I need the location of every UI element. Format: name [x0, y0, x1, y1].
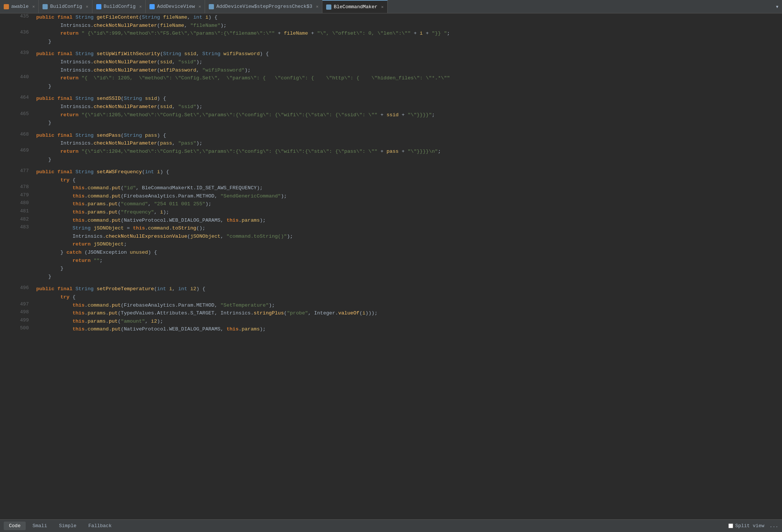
table-row: 469 return "{\"id\":1204,\"method\":\"Co… [0, 148, 782, 156]
table-row: } [0, 273, 782, 281]
line-content: return jSONObject; [33, 240, 782, 248]
line-content: this.params.put("frequency", i); [33, 208, 782, 216]
split-view-checkbox[interactable] [728, 523, 733, 528]
line-number [0, 257, 33, 265]
line-content: Intrinsics.checkNotNullParameter(pass, "… [33, 139, 782, 148]
table-row: Intrinsics.checkNotNullParameter(wifiPas… [0, 66, 782, 75]
table-row: 481 this.params.put("frequency", i); [0, 208, 782, 216]
tab-adddeviceviewstep[interactable]: AddDeviceView$stepProgressCheck$3 ✕ [205, 0, 322, 13]
close-tab-adddeviceviewstep[interactable]: ✕ [316, 4, 319, 9]
line-number [0, 156, 33, 164]
tab-label-adddeviceview: AddDeviceView [157, 4, 195, 9]
tab-icon-adddeviceviewstep [209, 4, 214, 9]
line-content: this.params.put("amount", i2); [33, 317, 782, 326]
table-row: } [0, 119, 782, 127]
tab-awable[interactable]: awable ✕ [0, 0, 39, 13]
line-content: } [33, 82, 782, 91]
table-row: 496 public final String setProbeTemperat… [0, 285, 782, 293]
line-content: Intrinsics.checkNotNullParameter(fileNam… [33, 22, 782, 30]
line-number [0, 119, 33, 127]
tab-icon-buildconfig2 [96, 4, 101, 9]
line-content: Intrinsics.checkNotNullParameter(wifiPas… [33, 66, 782, 75]
tab-icon-awable [4, 4, 9, 9]
close-tab-buildconfig2[interactable]: ✕ [139, 4, 142, 9]
line-number: 482 [0, 216, 33, 225]
line-content: this.command.put(NativeProtocol.WEB_DIAL… [33, 216, 782, 225]
table-row: } [0, 156, 782, 164]
table-row: 478 this.command.put("id", BleCommandMak… [0, 184, 782, 192]
line-content: try { [33, 293, 782, 301]
table-row: 479 this.command.put(FirebaseAnalytics.P… [0, 192, 782, 200]
line-number: 435 [0, 13, 33, 22]
close-tab-buildconfig1[interactable]: ✕ [86, 4, 88, 9]
tab-adddeviceview[interactable]: AddDeviceView ✕ [146, 0, 205, 13]
line-content: return ""; [33, 257, 782, 265]
table-row: } [0, 82, 782, 91]
tab-label-buildconfig1: BuildConfig [50, 4, 82, 9]
line-number: 439 [0, 50, 33, 58]
table-row: 465 return "{\"id\":1205,\"method\":\"Co… [0, 111, 782, 119]
line-number [0, 139, 33, 148]
line-content: } [33, 273, 782, 281]
line-spacer [0, 45, 782, 50]
close-tab-awable[interactable]: ✕ [32, 4, 35, 9]
tab-code[interactable]: Code [4, 522, 26, 530]
tab-smali[interactable]: Smali [27, 522, 52, 530]
table-row: return ""; [0, 257, 782, 265]
line-number [0, 58, 33, 66]
line-content: public final String setProbeTemperature(… [33, 285, 782, 293]
tab-label-adddeviceviewstep: AddDeviceView$stepProgressCheck$3 [216, 4, 312, 9]
more-button[interactable]: ... [770, 523, 778, 529]
table-row: 477 public final String setAWSFrequency(… [0, 168, 782, 176]
close-tab-adddeviceview[interactable]: ✕ [199, 4, 201, 9]
tab-simple[interactable]: Simple [54, 522, 82, 530]
bottom-tab-bar: Code Smali Simple Fallback Split view ..… [0, 519, 782, 532]
line-number [0, 103, 33, 111]
table-row: Intrinsics.checkNotNullParameter(fileNam… [0, 22, 782, 30]
line-content: public final String sendSSID(String ssid… [33, 95, 782, 103]
line-content: this.command.put(NativeProtocol.WEB_DIAL… [33, 325, 782, 333]
table-row: 468 public final String sendPass(String … [0, 132, 782, 140]
line-number: 480 [0, 200, 33, 208]
tab-icon-buildconfig1 [42, 4, 48, 9]
table-row: 435 public final String getFileContent(S… [0, 13, 782, 22]
line-content: this.params.put("command", "254 011 001 … [33, 200, 782, 208]
line-spacer [0, 127, 782, 132]
line-number: 477 [0, 168, 33, 176]
line-number [0, 240, 33, 248]
table-row: try { [0, 176, 782, 184]
table-row: Intrinsics.checkNotNullParameter(ssid, "… [0, 58, 782, 66]
line-number [0, 265, 33, 273]
table-row: } [0, 265, 782, 273]
line-number [0, 176, 33, 184]
tab-fallback[interactable]: Fallback [83, 522, 117, 530]
line-number [0, 248, 33, 257]
tab-icon-adddeviceview [149, 4, 155, 9]
tab-buildconfig1[interactable]: BuildConfig ✕ [39, 0, 92, 13]
line-number [0, 82, 33, 91]
line-content: return "{ \"id\": 1205, \"method\": \"Co… [33, 74, 782, 82]
tab-blecommandmaker[interactable]: BleCommandMaker ✕ [322, 0, 388, 13]
code-editor[interactable]: 435 public final String getFileContent(S… [0, 13, 782, 519]
line-number [0, 293, 33, 301]
line-number: 497 [0, 301, 33, 310]
table-row: 440 return "{ \"id\": 1205, \"method\": … [0, 74, 782, 82]
split-view-toggle[interactable]: Split view [728, 523, 764, 529]
close-tab-blecommandmaker[interactable]: ✕ [381, 4, 384, 9]
line-content: Intrinsics.checkNotNullParameter(ssid, "… [33, 103, 782, 111]
tab-label-blecommandmaker: BleCommandMaker [334, 4, 377, 10]
line-content: try { [33, 176, 782, 184]
tab-buildconfig2[interactable]: BuildConfig ✕ [92, 0, 146, 13]
line-content: } [33, 119, 782, 127]
tab-bar: awable ✕ BuildConfig ✕ BuildConfig ✕ Add… [0, 0, 782, 13]
table-row: 439 public final String setUpWifiWithSec… [0, 50, 782, 58]
table-row: Intrinsics.checkNotNullParameter(ssid, "… [0, 103, 782, 111]
tab-overflow-button[interactable]: ▾ [772, 3, 782, 10]
line-number: 481 [0, 208, 33, 216]
line-number [0, 38, 33, 46]
table-row: 482 this.command.put(NativeProtocol.WEB_… [0, 216, 782, 225]
line-number: 483 [0, 224, 33, 232]
line-number: 464 [0, 95, 33, 103]
table-row: 498 this.params.put(TypedValues.Attribut… [0, 309, 782, 317]
line-spacer [0, 90, 782, 95]
